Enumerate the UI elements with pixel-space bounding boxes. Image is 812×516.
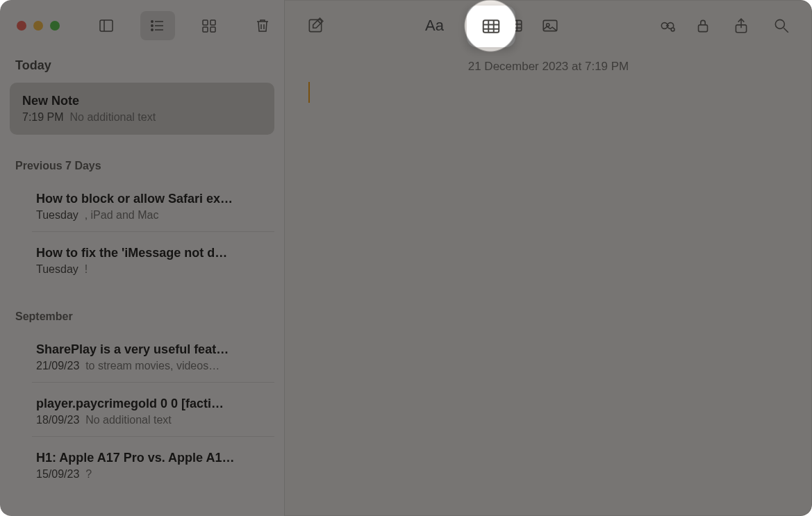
note-title: player.paycrimegold 0 0 [facti… bbox=[36, 397, 270, 411]
list-view-button[interactable] bbox=[140, 11, 175, 40]
notes-window: Today New Note 7:19 PM No additional tex… bbox=[0, 0, 812, 516]
note-title: How to block or allow Safari ex… bbox=[36, 192, 270, 206]
svg-point-5 bbox=[151, 21, 153, 22]
main-pane: Aa bbox=[285, 0, 812, 516]
note-item[interactable]: H1: Apple A17 Pro vs. Apple A1… 15/09/23… bbox=[32, 442, 274, 490]
table-icon bbox=[481, 16, 502, 37]
format-button[interactable]: Aa bbox=[421, 12, 448, 40]
note-subtitle: 15/09/23 ? bbox=[36, 468, 270, 481]
table-button-highlight[interactable] bbox=[467, 6, 515, 47]
maximize-window-button[interactable] bbox=[50, 21, 60, 31]
note-item[interactable]: SharePlay is a very useful feat… 21/09/2… bbox=[32, 334, 274, 383]
note-subtitle: Tuesday ! bbox=[36, 263, 270, 276]
note-title: New Note bbox=[22, 94, 262, 108]
svg-point-34 bbox=[775, 19, 784, 28]
svg-rect-8 bbox=[203, 20, 208, 25]
delete-note-button[interactable] bbox=[245, 11, 280, 40]
note-subtitle: 18/09/23 No additional text bbox=[36, 414, 270, 426]
svg-rect-36 bbox=[483, 20, 499, 33]
svg-rect-10 bbox=[203, 27, 208, 32]
note-subtitle: Tuesday , iPad and Mac bbox=[36, 209, 270, 222]
toolbar-right: Aa bbox=[285, 0, 812, 51]
link-button[interactable] bbox=[654, 12, 681, 40]
svg-line-35 bbox=[784, 28, 788, 33]
gallery-view-button[interactable] bbox=[192, 11, 226, 40]
section-header-prev7: Previous 7 Days bbox=[0, 135, 284, 178]
note-list-today: New Note 7:19 PM No additional text bbox=[0, 77, 284, 135]
note-title: H1: Apple A17 Pro vs. Apple A1… bbox=[36, 451, 270, 465]
lock-button[interactable] bbox=[694, 12, 715, 40]
toggle-sidebar-button[interactable] bbox=[89, 11, 124, 40]
svg-rect-11 bbox=[210, 27, 215, 32]
note-item[interactable]: player.paycrimegold 0 0 [facti… 18/09/23… bbox=[32, 388, 274, 437]
new-note-button[interactable] bbox=[301, 12, 329, 40]
svg-point-7 bbox=[151, 29, 153, 31]
note-subtitle: 21/09/23 to stream movies, videos… bbox=[36, 360, 270, 372]
svg-point-6 bbox=[151, 25, 153, 26]
note-subtitle: 7:19 PM No additional text bbox=[22, 111, 262, 124]
share-button[interactable] bbox=[727, 12, 755, 40]
svg-rect-0 bbox=[100, 20, 113, 31]
note-item[interactable]: How to block or allow Safari ex… Tuesday… bbox=[32, 183, 274, 232]
note-item[interactable]: How to fix the 'iMessage not d… Tuesday … bbox=[32, 238, 274, 285]
note-title: SharePlay is a very useful feat… bbox=[36, 342, 270, 357]
note-list-prev7: How to block or allow Safari ex… Tuesday… bbox=[0, 178, 284, 285]
close-window-button[interactable] bbox=[17, 21, 26, 31]
window-controls bbox=[17, 21, 60, 31]
text-cursor bbox=[308, 82, 310, 103]
sidebar: Today New Note 7:19 PM No additional tex… bbox=[0, 0, 285, 516]
note-item[interactable]: New Note 7:19 PM No additional text bbox=[10, 83, 274, 135]
toolbar-left bbox=[0, 0, 284, 51]
media-button[interactable] bbox=[541, 12, 562, 40]
svg-rect-9 bbox=[210, 20, 215, 25]
note-list-september: SharePlay is a very useful feat… 21/09/2… bbox=[0, 328, 284, 490]
svg-rect-32 bbox=[699, 25, 708, 32]
note-datestamp: 21 December 2023 at 7:19 PM bbox=[285, 51, 812, 82]
note-title: How to fix the 'iMessage not d… bbox=[36, 246, 270, 260]
section-header-today: Today bbox=[0, 51, 284, 77]
section-header-september: September bbox=[0, 285, 284, 328]
note-editor[interactable] bbox=[285, 82, 812, 516]
search-button[interactable] bbox=[768, 12, 795, 40]
minimize-window-button[interactable] bbox=[33, 21, 43, 31]
svg-rect-14 bbox=[309, 19, 321, 31]
